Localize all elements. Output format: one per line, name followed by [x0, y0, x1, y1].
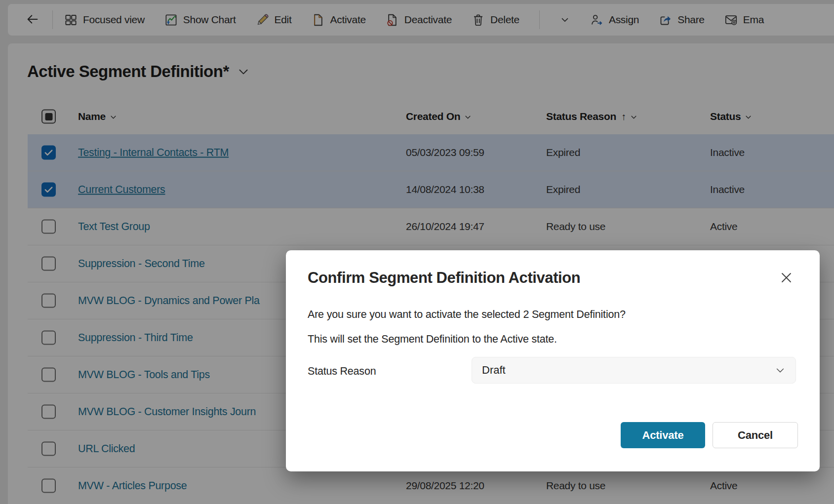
status-reason-dropdown[interactable]: Draft — [472, 357, 796, 384]
dialog-message-2: This will set the Segment Definition to … — [308, 333, 557, 346]
chevron-down-icon — [775, 365, 786, 376]
cancel-button[interactable]: Cancel — [713, 422, 798, 448]
status-reason-label: Status Reason — [308, 365, 376, 378]
activate-button[interactable]: Activate — [621, 422, 705, 448]
dialog-message-1: Are you sure you want to activate the se… — [308, 309, 626, 321]
status-reason-value: Draft — [482, 364, 506, 377]
dialog-title: Confirm Segment Definition Activation — [308, 269, 580, 287]
dialog-close-button[interactable] — [777, 268, 795, 287]
close-icon — [777, 271, 795, 284]
confirm-dialog: Confirm Segment Definition Activation Ar… — [286, 250, 820, 471]
